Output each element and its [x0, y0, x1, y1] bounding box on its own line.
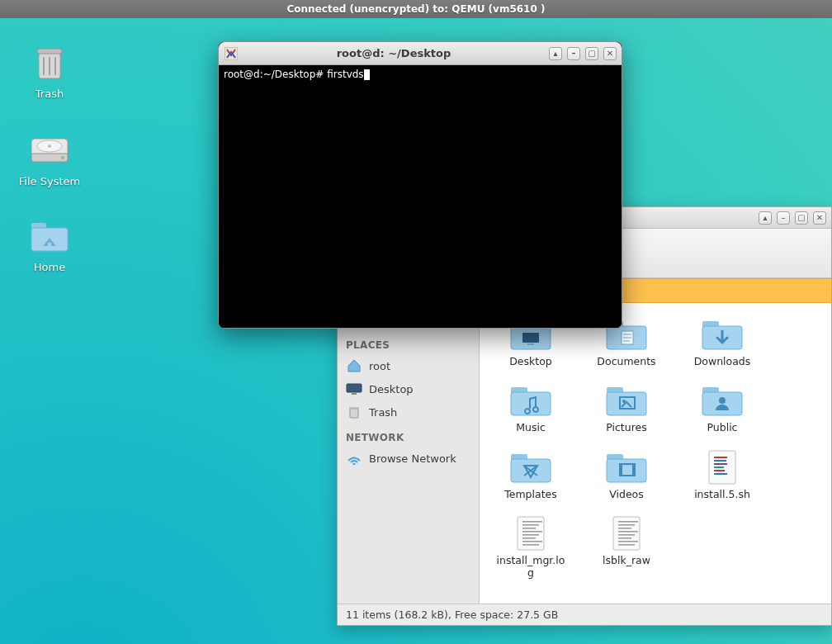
sidebar-heading-network: NETWORK	[338, 424, 479, 447]
svg-point-7	[61, 156, 64, 159]
file-item-label: install_mgr.log	[494, 555, 567, 579]
svg-rect-35	[607, 392, 646, 415]
svg-rect-15	[347, 384, 362, 392]
vnc-status-text: Connected (unencrypted) to: QEMU (vm5610…	[287, 3, 546, 15]
svg-rect-17	[350, 409, 358, 418]
terminal-app-icon	[224, 46, 239, 61]
file-item-label: Downloads	[694, 356, 751, 367]
file-text-icon	[603, 515, 650, 552]
close-button[interactable]: ✕	[603, 47, 617, 60]
desktop-icon-trash[interactable]: Trash	[8, 43, 91, 100]
file-item-label: Videos	[609, 489, 644, 500]
minimize-button[interactable]: –	[777, 211, 790, 225]
desktop-icon	[346, 381, 362, 396]
home-folder-icon	[28, 216, 71, 256]
svg-point-9	[48, 144, 51, 148]
svg-rect-61	[522, 537, 536, 539]
file-item[interactable]: Downloads	[686, 316, 759, 367]
svg-rect-66	[618, 524, 635, 526]
sidebar-item-desktop[interactable]: Desktop	[338, 377, 479, 400]
desktop-icon-home[interactable]: Home	[8, 216, 91, 273]
maximize-button[interactable]: ▢	[795, 211, 808, 225]
desktop-icon-label: Home	[34, 261, 65, 273]
svg-rect-49	[714, 457, 727, 458]
svg-rect-23	[527, 343, 534, 345]
file-item[interactable]: Videos	[590, 449, 663, 500]
file-item-label: Desktop	[509, 356, 552, 367]
network-icon	[346, 451, 362, 466]
svg-rect-22	[522, 333, 539, 343]
maximize-button[interactable]: ▢	[585, 47, 598, 60]
file-manager-statusbar: 11 items (168.2 kB), Free space: 27.5 GB	[338, 604, 831, 625]
public-folder-icon	[699, 382, 745, 419]
file-item-label: install.5.sh	[694, 489, 750, 500]
svg-rect-57	[522, 524, 539, 526]
tmpl-folder-icon	[508, 449, 554, 485]
terminal-cursor	[364, 69, 370, 80]
svg-rect-70	[618, 537, 631, 539]
svg-rect-46	[620, 464, 622, 476]
svg-rect-44	[607, 459, 646, 482]
file-text-icon	[508, 515, 554, 552]
terminal-command: firstvds	[327, 69, 363, 80]
svg-rect-52	[714, 466, 724, 468]
svg-rect-59	[522, 531, 542, 533]
sidebar-item-root[interactable]: root	[338, 354, 479, 377]
svg-point-40	[719, 397, 726, 404]
desktop-icon-file-system[interactable]: File System	[8, 130, 91, 187]
svg-rect-18	[349, 407, 359, 410]
file-item-label: Documents	[597, 356, 655, 367]
terminal-title: root@d: ~/Desktop	[243, 47, 544, 59]
svg-rect-12	[48, 243, 51, 246]
svg-rect-72	[618, 544, 635, 546]
svg-rect-67	[618, 528, 631, 529]
terminal-titlebar[interactable]: root@d: ~/Desktop ▴ – ▢ ✕	[219, 42, 622, 65]
svg-rect-62	[522, 541, 542, 542]
file-item-label: Templates	[504, 489, 557, 500]
desktop[interactable]: Connected (unencrypted) to: QEMU (vm5610…	[0, 0, 832, 644]
scroll-up-button[interactable]: ▴	[759, 211, 772, 225]
file-manager-body: File System PLACES root Desktop	[338, 303, 831, 604]
file-manager-content[interactable]: Desktop Documents Downloads Music Pictur…	[480, 303, 831, 604]
desktop-icon-label: Trash	[35, 88, 64, 100]
svg-rect-1	[37, 49, 62, 54]
svg-rect-54	[714, 473, 727, 475]
sidebar-item-label: Desktop	[369, 383, 414, 395]
desktop-icon-label: File System	[19, 175, 80, 187]
sidebar-item-trash[interactable]: Trash	[338, 400, 479, 424]
file-item-label: lsblk_raw	[603, 555, 650, 566]
sidebar-item-browse-network[interactable]: Browse Network	[338, 447, 479, 470]
svg-point-19	[352, 462, 355, 465]
file-item[interactable]: lsblk_raw	[590, 515, 663, 579]
vid-folder-icon	[603, 449, 650, 485]
music-folder-icon	[508, 382, 554, 419]
trash-icon	[28, 43, 71, 83]
trash-icon	[346, 405, 362, 419]
vnc-status-bar: Connected (unencrypted) to: QEMU (vm5610…	[0, 0, 832, 18]
file-item[interactable]: install.5.sh	[686, 449, 759, 500]
down-folder-icon	[699, 316, 745, 353]
sidebar-item-label: Browse Network	[369, 452, 456, 465]
terminal-body[interactable]: root@d:~/Desktop# firstvds	[219, 65, 622, 328]
file-item-label: Public	[707, 422, 738, 433]
scroll-up-button[interactable]: ▴	[549, 47, 562, 60]
home-icon	[346, 358, 362, 373]
file-item[interactable]: Templates	[494, 449, 567, 500]
svg-rect-73	[225, 47, 238, 60]
file-item[interactable]: Public	[686, 382, 759, 433]
sidebar-item-label: Trash	[369, 406, 397, 419]
status-text: 11 items (168.2 kB), Free space: 27.5 GB	[346, 608, 558, 621]
file-item-label: Pictures	[606, 422, 647, 433]
file-item[interactable]: Pictures	[590, 382, 663, 433]
sidebar-heading-places: PLACES	[338, 331, 479, 354]
file-item-label: Music	[516, 422, 546, 433]
file-script-icon	[699, 449, 745, 485]
minimize-button[interactable]: –	[567, 47, 580, 60]
terminal-window[interactable]: root@d: ~/Desktop ▴ – ▢ ✕ root@d:~/Deskt…	[218, 41, 622, 329]
file-item[interactable]: Music	[494, 382, 567, 433]
svg-rect-56	[522, 521, 542, 523]
svg-rect-50	[714, 460, 726, 462]
terminal-prompt: root@d:~/Desktop#	[224, 69, 327, 80]
close-button[interactable]: ✕	[813, 211, 826, 225]
file-item[interactable]: install_mgr.log	[494, 515, 567, 579]
